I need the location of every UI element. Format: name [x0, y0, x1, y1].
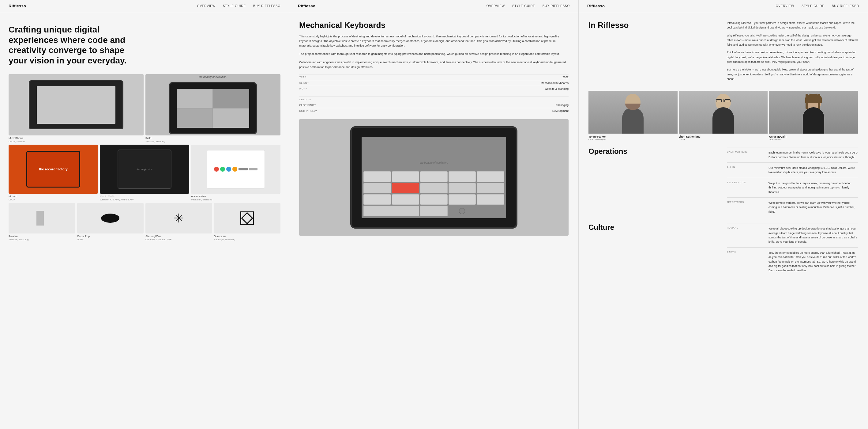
credits-header: CREDITS [299, 96, 568, 102]
project-microphone[interactable]: MicroPhone UI/UX, Website [8, 74, 144, 143]
team-anna: Anna McCain Operations [769, 91, 858, 141]
about-title: In Riflesso [588, 21, 719, 30]
nav-buy-2[interactable]: BUY RIFFLESSO [542, 4, 570, 8]
keyboard-mockup: the beauty of evolution. [299, 119, 568, 236]
starring-wars-label: StarringWars [146, 233, 212, 238]
ops-allin-key: ALL IN [727, 166, 764, 169]
about-right: Introducing Riflesso – your new partners… [727, 21, 858, 85]
case-study-para-1: This case study highlights the process o… [299, 34, 568, 48]
culture-humans-key: HUMANS [727, 226, 764, 229]
about-content: In Riflesso Introducing Riflesso – your … [579, 12, 868, 284]
meta-year-value: 2022 [323, 74, 568, 80]
credit-1-role: Packaging [556, 104, 568, 107]
pixelan-label: Pixelan [8, 233, 75, 238]
culture-earth-value: Yep, the Internet gobbles up more energy… [769, 251, 858, 273]
intro-para-2: Why Riflesso, you ask? Well, we couldn't… [727, 33, 858, 48]
culture-section: Culture HUMANS We're all about cooking u… [588, 223, 858, 276]
circle-pop-label: Circle Pop [77, 233, 144, 238]
tonny-photo [588, 91, 678, 134]
device-screen [37, 86, 116, 124]
microphone-card [8, 74, 144, 136]
operations-left: Operations [588, 147, 719, 217]
projects-row-2: the record factory Musico UI/UX the magi… [8, 145, 280, 201]
keyboard-caption: the beauty of evolution. [362, 161, 506, 164]
meta-client-label: CLIENT [299, 80, 323, 86]
project-staircaser[interactable]: Staircaser Packagin, Branding [214, 203, 281, 241]
panel-1: Rifflesso OVERVIEW STYLE GUIDE BUY RIFFL… [0, 0, 289, 429]
circle-pop-card [77, 203, 144, 233]
nav-overview-2[interactable]: OVERVIEW [487, 4, 505, 8]
nav-styleguide-3[interactable]: STYLE GUIDE [802, 4, 825, 8]
accessories-card [191, 145, 280, 194]
ops-time-value: We put in the grind for four days a week… [769, 181, 858, 194]
nav-buy-1[interactable]: BUY RIFFLESSO [253, 4, 280, 8]
ops-time: TIME BANDITS We put in the grind for fou… [727, 178, 858, 197]
about-left: In Riflesso [588, 21, 719, 85]
anna-name: Anna McCain [769, 135, 858, 138]
nav-buy-3[interactable]: BUY RIFFLESSO [832, 4, 859, 8]
team-grid: Tonny Parker CIO - Developer [588, 91, 858, 141]
pixelan-card [8, 203, 75, 233]
meta-client: CLIENT Mechanical Keyboards [299, 80, 568, 86]
field-label: Field [146, 136, 280, 140]
magic-radio-label: Magic Radio [100, 194, 189, 198]
meta-year: YEAR 2022 [299, 74, 568, 80]
nav-styleguide-2[interactable]: STYLE GUIDE [512, 4, 535, 8]
intro-para-3: Think of us as the ultimate design dream… [727, 50, 858, 64]
nav-styleguide-1[interactable]: STYLE GUIDE [223, 4, 246, 8]
meta-table: YEAR 2022 CLIENT Mechanical Keyboards WO… [299, 74, 568, 92]
logo-2[interactable]: Rifflesso [298, 4, 487, 8]
tonny-name: Tonny Parker [588, 135, 678, 138]
panel-2: Rifflesso OVERVIEW STYLE GUIDE BUY RIFFL… [289, 0, 579, 429]
ops-allin-value: Our minimum deal kicks off at a whopping… [769, 166, 858, 175]
ops-jet-value: We're remote workers, so we can team up … [769, 201, 858, 214]
project-starring-wars[interactable]: ✳ StarringWars iOS APP & Android APP [146, 203, 212, 241]
credit-2-name: ROB PIRELLY [299, 109, 317, 112]
starring-wars-category: iOS APP & Android APP [146, 238, 212, 241]
keyboard-screen: the beauty of evolution. [362, 137, 506, 218]
team-tonny: Tonny Parker CIO - Developer [588, 91, 678, 141]
anna-photo [769, 91, 858, 134]
meta-year-label: YEAR [299, 74, 323, 80]
panel-3: Rifflesso OVERVIEW STYLE GUIDE BUY RIFFL… [579, 0, 868, 429]
projects-row-3: Pixelan Website, Branding Circle Pop UI/… [8, 203, 280, 241]
project-magic-radio[interactable]: the magic side Magic Radio Website, iOS … [100, 145, 189, 201]
culture-earth: EARTH Yep, the Internet gobbles up more … [727, 247, 858, 276]
project-field[interactable]: the beauty of evolution. Field Website, [146, 74, 280, 143]
nav-links-2: OVERVIEW STYLE GUIDE BUY RIFFLESSO [487, 4, 570, 8]
ops-cash-value: Each team member in the Funny Collective… [769, 150, 858, 159]
anna-role: Operations [769, 138, 858, 141]
hero-heading: Crafting unique digital experiences wher… [8, 25, 137, 65]
nav-overview-1[interactable]: OVERVIEW [197, 4, 216, 8]
credit-1: CLOE PINOT Packaging [299, 102, 568, 108]
accessories-label: Accessories [191, 194, 280, 198]
nav-1: Rifflesso OVERVIEW STYLE GUIDE BUY RIFFL… [0, 0, 289, 12]
project-musico[interactable]: the record factory Musico UI/UX [8, 145, 98, 201]
logo-3[interactable]: Rifflesso [587, 4, 776, 8]
project-accessories[interactable]: Accessories Packagin, Branding [191, 145, 280, 201]
logo-1[interactable]: Rifflesso [8, 4, 197, 8]
field-tablet [169, 82, 257, 134]
team-jhon: Jhon Sutherland UI/UX [679, 91, 768, 141]
credit-2-role: Development [552, 109, 568, 112]
intro-para-1: Introducing Riflesso – your new partners… [727, 21, 858, 30]
case-study-content: Mechanical Keyboards This case study hig… [289, 12, 578, 244]
hero-section: Crafting unique digital experiences wher… [0, 12, 289, 251]
nav-overview-3[interactable]: OVERVIEW [776, 4, 794, 8]
field-category: Website, Branding [146, 140, 280, 143]
project-circle-pop[interactable]: Circle Pop UI/UX [77, 203, 144, 241]
magic-radio-card: the magic side [100, 145, 189, 194]
case-study-title: Mechanical Keyboards [299, 21, 568, 30]
tonny-role: CIO - Developer [588, 138, 678, 141]
culture-earth-key: EARTH [727, 251, 764, 253]
field-card: the beauty of evolution. [146, 74, 280, 136]
staircaser-label: Staircaser [214, 233, 281, 238]
culture-right: HUMANS We're all about cooking up design… [727, 223, 858, 276]
project-pixelan[interactable]: Pixelan Website, Branding [8, 203, 75, 241]
about-grid: In Riflesso Introducing Riflesso – your … [588, 21, 858, 85]
intro-para-4: But here's the kicker – we're not about … [727, 67, 858, 82]
culture-humans: HUMANS We're all about cooking up design… [727, 223, 858, 247]
meta-work-label: WORK [299, 86, 323, 92]
credits-section: CREDITS CLOE PINOT Packaging ROB PIRELLY… [299, 96, 568, 114]
jhon-name: Jhon Sutherland [679, 135, 768, 138]
